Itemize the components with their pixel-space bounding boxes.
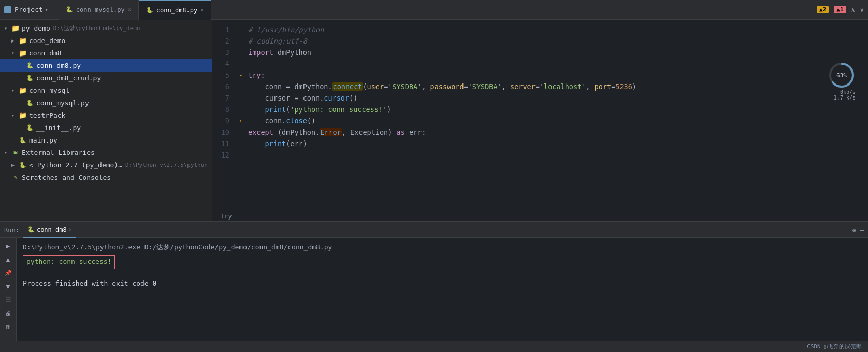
tab-conn-dm8-close[interactable]: × bbox=[200, 7, 204, 13]
python27-label: < Python 2.7 (py_demo) > bbox=[29, 161, 122, 169]
sidebar-item-conn-dm8-crud-py[interactable]: ▶ 🐍 conn_dm8_crud.py bbox=[0, 72, 212, 84]
line-gutter-8 bbox=[236, 104, 246, 115]
run-tab-close[interactable]: × bbox=[69, 227, 72, 232]
run-panel-toolbar: ▶ ▲ 📌 ▼ ☰ 🖨 🗑 bbox=[0, 238, 17, 341]
python27-icon: 🐍 bbox=[19, 161, 27, 169]
sidebar-item-scratches[interactable]: ▶ ✎ Scratches and Consoles bbox=[0, 171, 212, 184]
tab-conn-mysql-close[interactable]: × bbox=[128, 7, 131, 12]
tab-conn-mysql-label: conn_mysql.py bbox=[76, 6, 125, 13]
code-line-9: 9 ▸ conn.close() bbox=[212, 115, 868, 126]
run-pin-button[interactable]: 📌 bbox=[3, 267, 14, 278]
run-filter-button[interactable]: ☰ bbox=[3, 294, 14, 305]
sidebar-item-testrpack-folder[interactable]: ▾ 📁 testrPack bbox=[0, 109, 212, 121]
error-badge[interactable]: ▲1 bbox=[834, 6, 846, 13]
run-success-line: python: conn success! bbox=[23, 255, 862, 273]
run-tab-icon: 🐍 bbox=[27, 226, 35, 233]
sidebar-item-python27[interactable]: ▶ 🐍 < Python 2.7 (py_demo) > D:\Python_v… bbox=[0, 159, 212, 171]
code-line-1: 1 # !/usr/bin/python bbox=[212, 24, 868, 35]
warning-badge[interactable]: ▲2 bbox=[817, 6, 829, 13]
scratches-label: Scratches and Consoles bbox=[22, 174, 111, 181]
progress-circle-svg: 63% bbox=[828, 61, 856, 89]
line-code-7: cursor = conn.cursor() bbox=[246, 92, 868, 104]
code-line-6: 6 conn = dmPython.connect(user='SYSDBA',… bbox=[212, 81, 868, 92]
code-demo-folder-icon: 📁 bbox=[19, 36, 27, 45]
editor-content[interactable]: 1 # !/usr/bin/python 2 # coding:utf-8 3 … bbox=[212, 20, 868, 210]
python27-arrow: ▶ bbox=[11, 162, 19, 168]
circle-indicator-container: 63% 0kb/s 1.7 k/s bbox=[828, 61, 856, 91]
project-dropdown[interactable]: Project ▾ bbox=[15, 6, 48, 13]
sidebar-item-external-libs[interactable]: ▾ ⊞ External Libraries bbox=[0, 146, 212, 159]
line-gutter-9: ▸ bbox=[236, 115, 246, 126]
py-demo-folder-icon: 📁 bbox=[11, 24, 20, 32]
line-gutter-11 bbox=[236, 138, 246, 149]
sidebar-item-code-demo[interactable]: ▶ 📁 code_demo bbox=[0, 34, 212, 47]
run-cmd-line: D:\Python_v\2.7.5\python2.exe D:/达梦/pyth… bbox=[23, 242, 862, 253]
run-exit-line: Process finished with exit code 0 bbox=[23, 278, 862, 289]
line-gutter-12 bbox=[236, 149, 246, 161]
sidebar-item-conn-mysql-folder[interactable]: ▾ 📁 conn_mysql bbox=[0, 84, 212, 96]
line-code-1: # !/usr/bin/python bbox=[246, 24, 868, 35]
tab-conn-dm8-label: conn_dm8.py bbox=[156, 7, 197, 14]
run-down-button[interactable]: ▼ bbox=[3, 280, 14, 292]
line-code-12 bbox=[246, 149, 868, 161]
code-line-7: 7 cursor = conn.cursor() bbox=[212, 92, 868, 104]
sidebar-content: ▾ 📁 py_demo D:\达梦\pythonCode\py_demo ▶ 📁… bbox=[0, 20, 212, 221]
line-num-3: 3 bbox=[212, 47, 236, 58]
line-gutter-10 bbox=[236, 126, 246, 138]
tab-conn-dm8[interactable]: 🐍 conn_dm8.py × bbox=[139, 0, 212, 20]
breadcrumb-text: try bbox=[221, 213, 232, 220]
status-bar: CSDN @飞奔的屎壳郎 bbox=[0, 341, 868, 352]
conn-dm8-crud-py-label: conn_dm8_crud.py bbox=[36, 74, 101, 82]
conn-mysql-folder-label: conn_mysql bbox=[29, 87, 69, 94]
run-play-button[interactable]: ▶ bbox=[3, 240, 14, 251]
tab-bar: 🐍 conn_mysql.py × 🐍 conn_dm8.py × bbox=[59, 0, 817, 20]
run-trash-button[interactable]: 🗑 bbox=[3, 321, 14, 332]
chevron-down-icon[interactable]: ∨ bbox=[860, 6, 864, 13]
line-code-11: print(err) bbox=[246, 138, 868, 149]
sidebar-item-main-py[interactable]: ▶ 🐍 main.py bbox=[0, 134, 212, 146]
code-demo-label: code_demo bbox=[29, 37, 65, 45]
python27-path: D:\Python_v\2.7.5\python bbox=[125, 162, 208, 168]
sidebar-item-conn-dm8-folder[interactable]: ▾ 📁 conn_dm8 bbox=[0, 47, 212, 59]
run-tab-conn-dm8[interactable]: 🐍 conn_dm8 × bbox=[23, 222, 76, 238]
line-num-8: 8 bbox=[212, 104, 236, 115]
line-gutter-3 bbox=[236, 47, 246, 58]
line-num-4: 4 bbox=[212, 58, 236, 69]
run-label: Run: bbox=[4, 227, 19, 234]
run-panel-body: ▶ ▲ 📌 ▼ ☰ 🖨 🗑 D:\Python_v\2.7.5\python2.… bbox=[0, 238, 868, 341]
sidebar-item-py-demo[interactable]: ▾ 📁 py_demo D:\达梦\pythonCode\py_demo bbox=[0, 22, 212, 34]
speed-2: 1.7 k/s bbox=[834, 95, 856, 101]
sidebar: ▾ 📁 py_demo D:\达梦\pythonCode\py_demo ▶ 📁… bbox=[0, 20, 212, 221]
editor-area: 1 # !/usr/bin/python 2 # coding:utf-8 3 … bbox=[212, 20, 868, 221]
conn-dm8-folder-arrow: ▾ bbox=[11, 50, 19, 56]
main-area: ▾ 📁 py_demo D:\达梦\pythonCode\py_demo ▶ 📁… bbox=[0, 20, 868, 221]
svg-text:63%: 63% bbox=[836, 72, 847, 79]
ext-libs-icon: ⊞ bbox=[11, 148, 20, 157]
line-code-10: except (dmPython.Error, Exception) as er… bbox=[246, 126, 868, 138]
sidebar-item-conn-mysql-py[interactable]: ▶ 🐍 conn_mysql.py bbox=[0, 96, 212, 109]
line-gutter-4 bbox=[236, 58, 246, 69]
line-num-11: 11 bbox=[212, 138, 236, 149]
sidebar-item-conn-dm8-py[interactable]: ▶ 🐍 conn_dm8.py bbox=[0, 59, 212, 72]
project-icon bbox=[4, 6, 11, 13]
code-line-12: 12 bbox=[212, 149, 868, 161]
run-panel: Run: 🐍 conn_dm8 × ⚙ — ▶ ▲ 📌 ▼ ☰ 🖨 🗑 D:\P… bbox=[0, 221, 868, 341]
conn-dm8-folder-label: conn_dm8 bbox=[29, 49, 62, 57]
run-panel-header: Run: 🐍 conn_dm8 × ⚙ — bbox=[0, 222, 868, 238]
run-spacer bbox=[23, 273, 862, 278]
conn-dm8-folder-icon: 📁 bbox=[19, 49, 27, 57]
tab-conn-mysql[interactable]: 🐍 conn_mysql.py × bbox=[59, 0, 139, 20]
run-print-button[interactable]: 🖨 bbox=[3, 307, 14, 319]
run-panel-gear-icon[interactable]: ⚙ bbox=[852, 227, 856, 234]
line-num-6: 6 bbox=[212, 81, 236, 92]
run-success-text: python: conn success! bbox=[23, 255, 115, 269]
code-line-8: 8 print('python: conn success!') bbox=[212, 104, 868, 115]
run-up-button[interactable]: ▲ bbox=[3, 254, 14, 265]
line-num-5: 5 bbox=[212, 69, 236, 81]
sidebar-item-init-py[interactable]: ▶ 🐍 __init__.py bbox=[0, 121, 212, 134]
chevron-up-icon[interactable]: ∧ bbox=[851, 6, 855, 13]
ext-libs-label: External Libraries bbox=[22, 149, 95, 157]
run-panel-dash-icon[interactable]: — bbox=[860, 227, 864, 234]
main-py-icon: 🐍 bbox=[19, 136, 27, 144]
tab-conn-mysql-icon: 🐍 bbox=[66, 6, 73, 13]
